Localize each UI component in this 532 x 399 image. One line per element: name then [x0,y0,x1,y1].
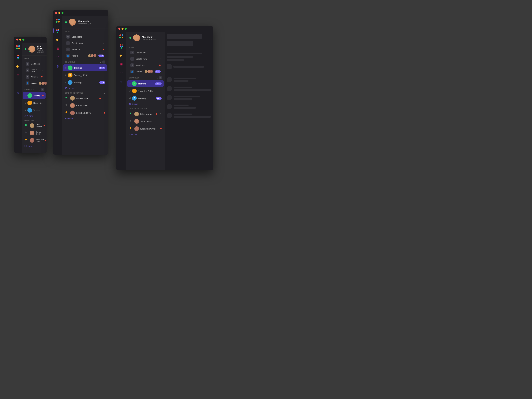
channel-hash-2-lg: # [129,90,131,92]
dm-chevron-large[interactable]: ▲ [160,108,162,110]
mentions-icon-small: # [26,75,29,79]
placeholder-input-row [167,64,211,69]
menu-create-medium[interactable]: + Create New ▾ [63,40,107,46]
sidebar-item-sketch-large[interactable] [118,52,124,58]
channels-more-large[interactable]: 10 + more [126,102,165,106]
dot-green-small[interactable] [22,38,25,41]
dm-avatar-sarah-medium [70,103,75,108]
channel-name-3-small: Training [33,109,44,111]
channel-hash-3-lg: # [129,97,131,100]
icon-strip-small: ⊞ ⌒ S [14,43,22,153]
sidebar-item-clickup-large[interactable]: ⌒ [118,70,124,76]
sidebar-item-slack-large[interactable]: ⊞ [118,61,124,67]
menu-dashboard-small[interactable]: ⊟ Dashboard [23,61,45,67]
dot-red-large[interactable] [118,28,120,30]
channel-avatar-2-lg: R [132,89,137,93]
dm-more-mike-medium[interactable]: ⋮ [103,97,105,100]
channel-training-large[interactable]: # T Training 234 + [127,80,164,87]
sidebar-item-figma-medium[interactable] [55,28,61,34]
dm-mike-medium[interactable]: Mike Norman ⋮ [63,95,107,102]
channel-rocket-medium[interactable]: # R Rocket_UI/UX... [63,72,107,79]
channels-chevron-small[interactable]: ▲ [38,89,40,91]
channel-training2-large[interactable]: # T Training 24 + [127,95,164,102]
sidebar-item-slack-small[interactable]: ⊞ [15,72,21,78]
sidebar-item-clickup-small[interactable]: ⌒ [15,81,21,87]
sidebar-item-slack-medium[interactable]: ⊞ [55,45,61,51]
dm-more-large[interactable]: 5 + more [126,132,165,137]
user-menu-btn-small[interactable]: ··· [42,48,44,51]
dm-name-sarah-medium: Sarah Smith [76,104,105,107]
dm-online-mike-lg [129,112,132,114]
channel-rocket-small[interactable]: # R Rocket_UI/UX... [23,99,45,106]
sidebar-item-stripe-large[interactable]: S [118,79,124,85]
menu-people-large[interactable]: 👤 People 10 + [128,69,163,75]
dm-sarah-small[interactable]: Sarah Smith [23,129,45,137]
menu-mentions-medium[interactable]: # Mentions [63,46,107,52]
dot-yellow-large[interactable] [121,28,124,30]
dm-more-medium[interactable]: 5 + more [62,117,108,121]
menu-dashboard-medium[interactable]: ⊟ Dashboard [63,34,107,40]
dm-chevron-medium[interactable]: ▲ [104,92,105,94]
menu-mentions-small[interactable]: # Mentions [23,74,45,80]
sidebar-item-stripe-small[interactable]: S [15,90,21,96]
channel-rocket-large[interactable]: # R Rocket_UI/UX... [127,88,164,95]
channel-name-3-med: Training [74,81,98,84]
create-icon-large: + [130,57,134,61]
dm-liz-small[interactable]: Ellizabeth Orvel [23,137,45,144]
dm-more-small[interactable]: 5 + more [22,144,47,148]
channel-avatar-3-lg: T [132,96,137,101]
channels-chevron-large[interactable]: ▲ [156,77,158,79]
channel-training-small[interactable]: # T Training [23,92,45,99]
menu-dashboard-large[interactable]: ⊟ Dashboard [128,50,163,56]
sidebar-item-sketch-medium[interactable] [55,37,61,43]
sidebar-item-figma-small[interactable] [15,54,21,60]
dm-avatar-mike-large [134,112,139,116]
logo-large [118,33,124,39]
dot-green-medium[interactable] [62,12,63,14]
sidebar-item-figma-large[interactable] [118,43,124,49]
people-icon-small: 👤 [26,82,29,85]
sidebar-item-sketch-small[interactable] [15,63,21,69]
messages-header-small: MESSAGES ▲ [22,118,47,122]
channels-add-large[interactable]: + [159,76,162,79]
channels-more-small[interactable]: 10 + more [22,114,47,118]
channel-avatar-1-med: T [68,65,72,70]
dot-red-small[interactable] [16,38,18,41]
dm-mike-small[interactable]: Mike Norman [23,122,45,129]
dm-liz-large[interactable]: Ellizabeth Orvel [127,125,164,132]
dm-sarah-large[interactable]: Sarah Smith [127,118,164,125]
sidebar-item-stripe-medium[interactable]: S [55,63,61,70]
dot-yellow-small[interactable] [19,38,21,41]
menu-people-small[interactable]: 👤 People 10 + [23,80,45,86]
channel-training-medium[interactable]: # T Training 234 + [63,64,107,71]
channels-chevron-medium[interactable]: ▲ [100,61,101,63]
dot-yellow-medium[interactable] [58,12,60,14]
channels-more-medium[interactable]: 10 + more [62,86,108,90]
sidebar-item-clickup-medium[interactable]: ⌒ [55,55,61,61]
channel-badge-1-small [42,95,44,96]
avatar-online-large [133,39,135,41]
menu-create-small[interactable]: + Create New ▾ [23,67,45,74]
channel-training2-medium[interactable]: # T Training 24 + [63,79,107,86]
channels-add-small[interactable]: + [41,88,44,91]
placeholder-circle-1 [167,77,172,82]
user-menu-btn-medium[interactable]: ··· [103,21,105,24]
menu-create-large[interactable]: + Create New ▾ [128,56,163,62]
dm-more-mike-large[interactable]: ⋮ [159,113,162,115]
user-role-medium: Product Designer [77,22,101,25]
menu-people-medium[interactable]: 👤 People 10 + [63,53,107,59]
menu-dashboard-label-medium: Dashboard [71,36,104,38]
dot-red-medium[interactable] [55,12,57,14]
dm-sarah-medium[interactable]: Sarah Smith [63,102,107,109]
slack-icon-small: ⊞ [17,73,19,77]
user-menu-btn-large[interactable]: ··· [160,36,162,39]
status-indicator-large [129,37,131,39]
channels-add-medium[interactable]: + [102,61,105,63]
placeholder-lines-5 [174,114,211,118]
menu-mentions-large[interactable]: # Mentions [128,62,163,68]
dm-liz-medium[interactable]: Ellizabeth Orvel [63,109,107,116]
dot-green-large[interactable] [125,28,127,30]
channel-training2-small[interactable]: # T Training [23,107,45,114]
dm-mike-large[interactable]: Mike Norman ⋮ [127,111,164,118]
messages-chevron-small[interactable]: ▲ [42,120,44,121]
